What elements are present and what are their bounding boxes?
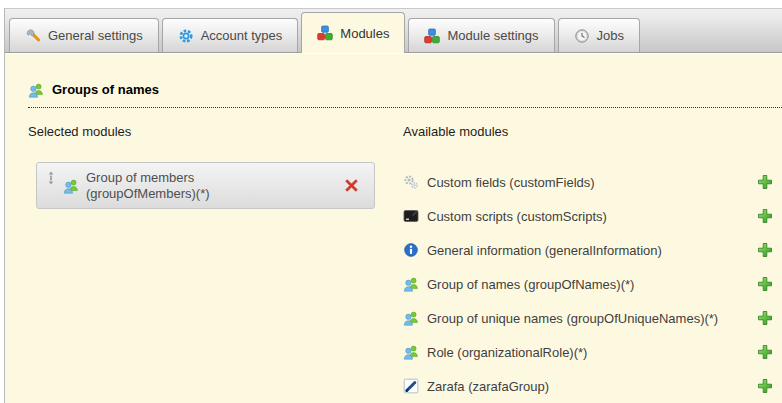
add-module-button[interactable] bbox=[757, 378, 773, 394]
group-icon bbox=[63, 178, 79, 194]
tab-bar: General settingsAccount typesModulesModu… bbox=[5, 9, 782, 53]
modules-tab-content: Groups of names Selected modules Availab… bbox=[5, 54, 782, 403]
tab-module-settings[interactable]: Module settings bbox=[408, 18, 554, 52]
available-module-row: Role (organizationalRole)(*) bbox=[403, 335, 773, 369]
group-icon bbox=[403, 310, 419, 326]
tab-label: Module settings bbox=[447, 28, 538, 43]
group-icon bbox=[28, 82, 44, 98]
tab-account-types[interactable]: Account types bbox=[162, 18, 299, 52]
info-icon bbox=[403, 242, 419, 258]
available-module-row: Custom fields (customFields) bbox=[403, 165, 773, 199]
tab-label: Account types bbox=[201, 28, 283, 43]
add-module-button[interactable] bbox=[757, 310, 773, 326]
available-module-row: General information (generalInformation) bbox=[403, 233, 773, 267]
terminal-icon bbox=[403, 208, 419, 224]
selected-module-item[interactable]: Group of members(groupOfMembers)(*) bbox=[36, 162, 375, 209]
available-modules-label: Available modules bbox=[403, 124, 508, 139]
gear-icon bbox=[178, 28, 194, 44]
add-module-button[interactable] bbox=[757, 242, 773, 258]
add-module-button[interactable] bbox=[757, 276, 773, 292]
tab-label: General settings bbox=[48, 28, 143, 43]
available-module-row: Custom scripts (customScripts) bbox=[403, 199, 773, 233]
group-icon bbox=[403, 276, 419, 292]
add-module-button[interactable] bbox=[757, 174, 773, 190]
available-module-name: Role (organizationalRole)(*) bbox=[427, 345, 749, 360]
tab-general-settings[interactable]: General settings bbox=[9, 18, 159, 52]
group-icon bbox=[403, 344, 419, 360]
add-module-button[interactable] bbox=[757, 208, 773, 224]
available-module-row: Group of unique names (groupOfUniqueName… bbox=[403, 301, 773, 335]
available-module-row: Zarafa (zarafaGroup) bbox=[403, 369, 773, 403]
gears-icon bbox=[403, 174, 419, 190]
add-module-button[interactable] bbox=[757, 344, 773, 360]
selected-module-name: Group of members(groupOfMembers)(*) bbox=[86, 170, 343, 202]
available-module-row: Group of names (groupOfNames)(*) bbox=[403, 267, 773, 301]
tab-jobs[interactable]: Jobs bbox=[558, 18, 640, 52]
drag-icon[interactable] bbox=[45, 170, 57, 186]
selected-modules-label: Selected modules bbox=[28, 124, 131, 139]
available-module-name: Zarafa (zarafaGroup) bbox=[427, 379, 749, 394]
available-module-name: Group of names (groupOfNames)(*) bbox=[427, 277, 749, 292]
tab-modules[interactable]: Modules bbox=[301, 12, 405, 53]
tab-label: Jobs bbox=[597, 28, 624, 43]
available-module-name: General information (generalInformation) bbox=[427, 243, 749, 258]
available-module-name: Custom scripts (customScripts) bbox=[427, 209, 749, 224]
available-module-name: Custom fields (customFields) bbox=[427, 175, 749, 190]
tab-label: Modules bbox=[340, 26, 389, 41]
clock-icon bbox=[574, 28, 590, 44]
section-header: Groups of names bbox=[28, 78, 782, 108]
remove-module-button[interactable] bbox=[343, 177, 360, 194]
page-title: Groups of names bbox=[52, 82, 159, 97]
wrench-icon bbox=[25, 28, 41, 44]
cubes-icon bbox=[424, 28, 440, 44]
cubes-icon bbox=[317, 25, 333, 41]
zarafa-icon bbox=[403, 378, 419, 394]
available-module-name: Group of unique names (groupOfUniqueName… bbox=[427, 311, 749, 326]
available-modules-list: Custom fields (customFields)Custom scrip… bbox=[403, 165, 773, 403]
